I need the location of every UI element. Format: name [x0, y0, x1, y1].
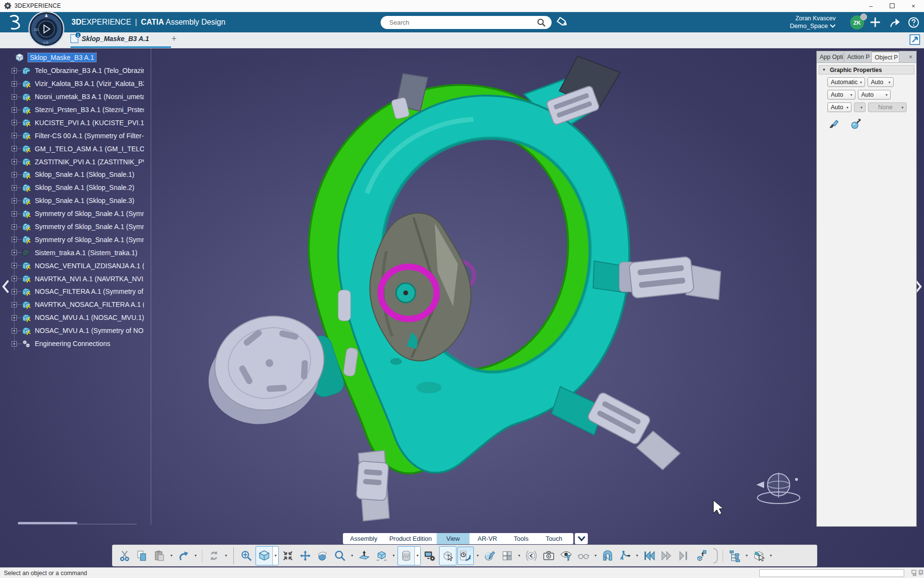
tree-item[interactable]: +GM_I_TELO_ASM A.1 (GM_I_TELO_A	[12, 142, 156, 155]
paste-icon[interactable]	[151, 547, 168, 565]
action-bar-collapse-button[interactable]	[575, 533, 588, 544]
tree-item-label[interactable]: Stezni_Prsten_B3 A.1 (Stezni_Prsten_B	[35, 106, 144, 114]
named-views-icon[interactable]	[373, 547, 390, 565]
tree-item[interactable]: +Sistem_traka A.1 (Sistem_traka.1)	[12, 246, 156, 259]
maximize-button[interactable]	[881, 0, 903, 12]
section-tab-touch[interactable]: Touch	[537, 533, 571, 544]
expand-plus-icon[interactable]: +	[12, 146, 17, 151]
undo-icon[interactable]	[175, 547, 192, 565]
tree-item-label[interactable]: NOSAC_FILTERA A.1 (Symmetry of N	[35, 288, 144, 295]
viz-settings-icon[interactable]	[422, 547, 438, 565]
expand-plus-icon[interactable]: +	[12, 81, 17, 87]
tree-item[interactable]: +Symmetry of Sklop_Snale A.1 (Symm	[12, 207, 156, 220]
tree-item-label[interactable]: Symmetry of Sklop_Snale A.1 (Symm	[35, 223, 144, 231]
fit-all-icon[interactable]	[238, 547, 255, 565]
search-icon[interactable]	[536, 17, 547, 28]
pan-icon[interactable]	[297, 547, 313, 565]
panel-tab-object-p[interactable]: Object P	[872, 51, 899, 62]
tree-item-label[interactable]: Symmetry of Sklop_Snale A.1 (Symm	[35, 236, 144, 244]
tree-item[interactable]: +Engineering Connections	[12, 337, 156, 350]
tree-item-label[interactable]: Telo_Obrazine_B3 A.1 (Telo_Obrazine	[35, 67, 144, 74]
help-icon[interactable]	[908, 16, 920, 29]
tree-item-label[interactable]: Sklop_Maske_B3 A.1	[28, 53, 96, 62]
tree-item-label[interactable]: NOSAC_VENTILA_IZDISANJA A.1 (NC	[35, 262, 144, 270]
graphic-property-dropdown[interactable]: Auto▼	[867, 77, 894, 87]
rotate-icon[interactable]	[314, 547, 331, 565]
panel-collapse-left-icon[interactable]	[1, 280, 10, 293]
split-view-icon[interactable]	[499, 547, 515, 565]
tree-horizontal-scrollbar[interactable]	[18, 521, 137, 524]
expand-plus-icon[interactable]: +	[12, 276, 17, 281]
panel-tab-action-p[interactable]: Action P	[844, 51, 872, 62]
expand-plus-icon[interactable]: +	[12, 315, 17, 320]
tree-item-label[interactable]: NOSAC_MVU A.1 (Symmetry of NOS	[35, 327, 144, 334]
add-icon[interactable]	[869, 16, 881, 29]
close-button[interactable]: ×	[903, 0, 924, 12]
center-view-icon[interactable]	[280, 547, 296, 565]
select-product-dropdown-icon[interactable]: ▼	[768, 547, 774, 565]
panel-close-icon[interactable]: ×	[905, 51, 916, 62]
tree-item[interactable]: +ZASTITNIK_PVI A.1 (ZASTITNIK_PVI.1	[12, 155, 156, 168]
expand-plus-icon[interactable]: +	[12, 107, 17, 113]
tree-item[interactable]: +Stezni_Prsten_B3 A.1 (Stezni_Prsten_B	[12, 103, 156, 116]
graphic-property-dropdown[interactable]: ▼	[854, 102, 866, 112]
notifications-icon[interactable]	[917, 569, 924, 577]
expand-plus-icon[interactable]: +	[12, 198, 17, 203]
undo-dropdown-icon[interactable]: ▼	[193, 547, 199, 565]
cut-icon[interactable]	[116, 547, 133, 565]
tree-item-label[interactable]: Sklop_Snale A.1 (Sklop_Snale.3)	[35, 197, 134, 204]
expand-plus-icon[interactable]: +	[12, 237, 17, 242]
tree-item-label[interactable]: Vizir_Kalota_B3 A.1 (Vizir_Kalota_B3.	[35, 80, 144, 87]
ambience-icon[interactable]	[482, 547, 498, 565]
tree-item-label[interactable]: NOSAC_MVU A.1 (NOSAC_MVU.1)	[35, 314, 144, 321]
share-icon[interactable]	[889, 16, 901, 29]
exit-design-icon[interactable]	[693, 547, 710, 565]
section-tab-assembly[interactable]: Assembly	[343, 533, 384, 544]
expand-plus-icon[interactable]: +	[12, 341, 17, 347]
turntable-dropdown-icon[interactable]: ▼	[475, 547, 481, 565]
graphic-property-dropdown[interactable]: Auto▼	[827, 102, 852, 112]
select-product-icon[interactable]	[751, 547, 767, 565]
user-info[interactable]: Zoran Kvascev Demo_Space	[790, 12, 836, 32]
portal-icon[interactable]	[599, 547, 616, 565]
jump-end-icon[interactable]	[676, 547, 692, 565]
tree-item[interactable]: +Filter-CS 00 A.1 (Symmetry of Filter-C	[12, 129, 156, 142]
tree-item[interactable]: +Symmetry of Sklop_Snale A.1 (Symm	[12, 233, 156, 246]
dassault-logo-icon[interactable]	[6, 14, 24, 30]
jump-start-icon[interactable]	[641, 547, 657, 565]
expand-plus-icon[interactable]: +	[12, 328, 17, 333]
glasses-icon[interactable]	[575, 547, 592, 565]
tree-item-label[interactable]: Sklop_Snale A.1 (Sklop_Snale.1)	[35, 171, 134, 178]
select-mode-icon[interactable]	[440, 547, 456, 565]
tree-item[interactable]: +Nosni_umetak_B3 A.1 (Nosni_umetak	[12, 90, 156, 103]
section-tab-tools[interactable]: Tools	[505, 533, 537, 544]
update-dropdown-icon[interactable]: ▼	[223, 547, 229, 565]
graphic-property-dropdown[interactable]: Automatic▼	[827, 77, 865, 87]
tree-item-label[interactable]: Sistem_traka A.1 (Sistem_traka.1)	[35, 249, 137, 257]
tree-item-label[interactable]: Filter-CS 00 A.1 (Symmetry of Filter-C	[35, 132, 144, 140]
tree-item-label[interactable]: NAVRTKA_NVI A.1 (NAVRTKA_NVI.1)	[35, 275, 144, 283]
iso-view-dropdown-icon[interactable]: ▼	[272, 547, 278, 565]
tree-item[interactable]: +NOSAC_VENTILA_IZDISANJA A.1 (NC	[12, 259, 156, 272]
expand-plus-icon[interactable]: +	[12, 159, 17, 164]
tree-item-label[interactable]: Nosni_umetak_B3 A.1 (Nosni_umetak	[35, 93, 144, 101]
walk-dropdown-icon[interactable]: ▼	[634, 547, 640, 565]
turntable-icon[interactable]	[457, 547, 474, 565]
play-forward-icon[interactable]	[658, 547, 675, 565]
new-tab-button[interactable]: +	[171, 34, 177, 44]
graphic-property-dropdown[interactable]: Auto▼	[827, 90, 855, 100]
paintbrush-icon[interactable]	[828, 117, 841, 130]
avatar[interactable]: ZK	[850, 15, 864, 29]
tree-item[interactable]: +Symmetry of Sklop_Snale A.1 (Symm	[12, 220, 156, 233]
tree-item-label[interactable]: KUCISTE_PVI A.1 (KUCISTE_PVI.1)	[35, 119, 144, 127]
visibility-filter-icon[interactable]	[558, 547, 574, 565]
tree-item-label[interactable]: GM_I_TELO_ASM A.1 (GM_I_TELO_A	[35, 145, 144, 153]
expand-plus-icon[interactable]: +	[12, 211, 17, 217]
3d-compass[interactable]: 3D V.R	[28, 11, 65, 47]
manipulator-gyro[interactable]	[756, 473, 800, 504]
tree-item[interactable]: +NAVRTKA_NVI A.1 (NAVRTKA_NVI.1)	[12, 272, 156, 285]
tag-icon[interactable]	[555, 15, 570, 29]
capture-icon[interactable]	[540, 547, 557, 565]
tree-item-label[interactable]: Engineering Connections	[35, 340, 110, 347]
tree-structure-dropdown-icon[interactable]: ▼	[744, 547, 750, 565]
